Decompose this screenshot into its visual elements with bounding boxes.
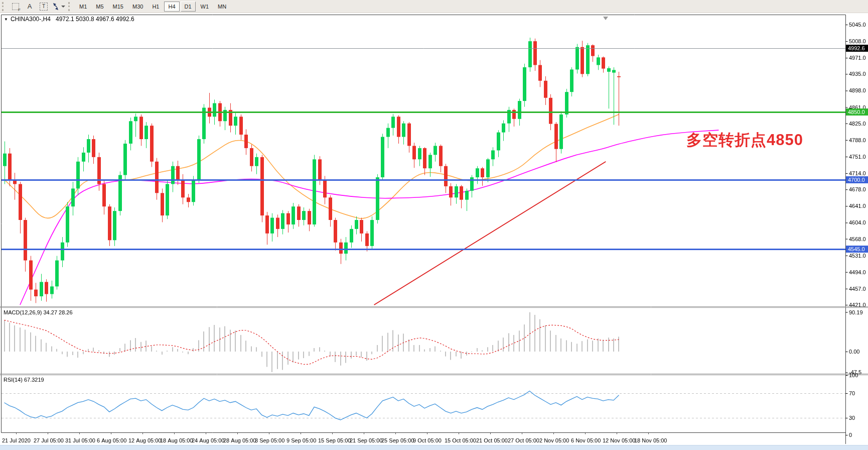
bottom-strip [0, 445, 868, 450]
chart-canvas[interactable] [0, 0, 868, 450]
chart-ohlc-values: 4972.1 5030.8 4967.6 4992.6 [56, 16, 134, 23]
chart-title: ▼ CHINA300-,H4 4972.1 5030.8 4967.6 4992… [4, 16, 134, 23]
rsi-indicator-label: RSI(14) 67.3219 [4, 377, 44, 383]
chart-text-annotation[interactable]: 多空转折点4850 [686, 130, 803, 151]
macd-indicator-label: MACD(12,26,9) 34.27 28.26 [4, 309, 73, 315]
symbol-marker-icon: ▼ [4, 17, 8, 22]
chart-symbol-period: CHINA300-,H4 [11, 16, 51, 23]
